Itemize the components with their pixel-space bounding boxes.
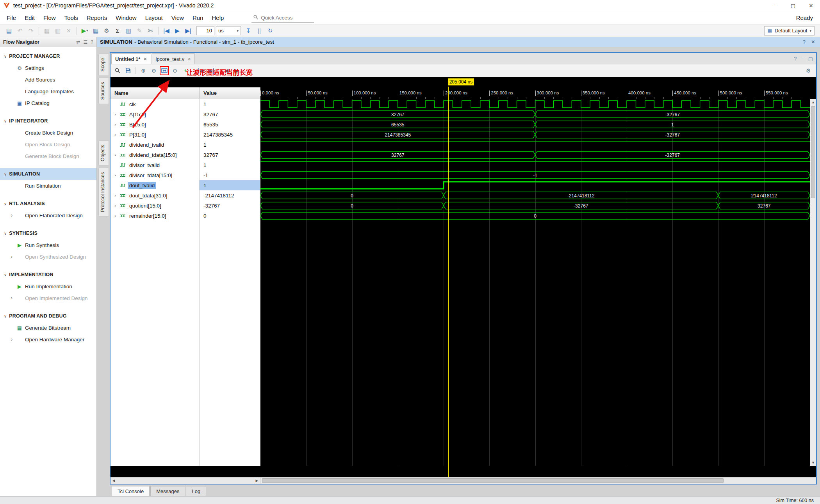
nav-item-run-simulation[interactable]: Run Simulation xyxy=(0,180,96,192)
wave-row-b-15-0[interactable]: 655351 xyxy=(260,121,810,128)
settings-gear-icon[interactable]: ⚙ xyxy=(102,26,112,36)
probe-icon[interactable]: ✄ xyxy=(145,26,155,36)
wave-cursor-line[interactable] xyxy=(448,87,449,477)
menu-file[interactable]: File xyxy=(2,11,20,25)
menu-flow[interactable]: Flow xyxy=(39,11,60,25)
nav-item-run-synthesis[interactable]: ▶Run Synthesis xyxy=(0,239,96,251)
tab-ipcore-test-v[interactable]: ipcore_test.v✕ xyxy=(152,53,195,64)
run-time-input[interactable] xyxy=(196,26,214,35)
undo-icon[interactable]: ↶ xyxy=(15,26,25,36)
nav-section-implementation[interactable]: ∨IMPLEMENTATION xyxy=(0,269,96,280)
wave-row-clk[interactable] xyxy=(260,101,810,108)
bottom-tab-messages[interactable]: Messages xyxy=(150,486,185,496)
wave-horizontal-scrollbar[interactable] xyxy=(260,477,810,484)
signal-name-row-dividend-tvalid[interactable]: dividend_tvalid xyxy=(111,140,199,150)
nav-item-open-synthesized-design[interactable]: ›Open Synthesized Design xyxy=(0,251,96,263)
expand-icon[interactable]: › xyxy=(113,132,118,137)
pause-icon[interactable]: || xyxy=(254,26,264,36)
signal-name-row-a-15-0[interactable]: ›A[15:0] xyxy=(111,109,199,119)
name-column-scrollbar[interactable]: ◀ ▶ xyxy=(111,477,260,484)
signal-name-row-divisor-tdata-15-0[interactable]: ›divisor_tdata[15:0] xyxy=(111,170,199,180)
signal-name-row-dividend-tdata-15-0[interactable]: ›dividend_tdata[15:0] xyxy=(111,150,199,160)
nav-item-generate-bitstream[interactable]: ▦Generate Bitstream xyxy=(0,322,96,334)
menu-view[interactable]: View xyxy=(167,11,188,25)
signal-name-row-remainder-15-0[interactable]: ›remainder[15:0] xyxy=(111,211,199,221)
nav-item-open-elaborated-design[interactable]: ›Open Elaborated Design xyxy=(0,209,96,221)
nav-item-language-templates[interactable]: Language Templates xyxy=(0,85,96,97)
expand-icon[interactable]: › xyxy=(113,112,118,117)
vertical-scroll-thumb[interactable] xyxy=(811,106,815,198)
signal-name-row-dout-tdata-31-0[interactable]: ›dout_tdata[31:0] xyxy=(111,190,199,201)
side-tab-objects[interactable]: Objects xyxy=(98,140,109,165)
close-simulation-icon[interactable]: ✕ xyxy=(811,39,815,45)
menu-tools[interactable]: Tools xyxy=(60,11,82,25)
wave-row-dividend-tdata-15-0[interactable]: 32767-32767 xyxy=(260,151,810,158)
nav-section-project-manager[interactable]: ∨PROJECT MANAGER xyxy=(0,50,96,62)
expand-icon[interactable]: › xyxy=(113,122,118,127)
zoom-fit-icon[interactable] xyxy=(160,66,169,75)
relaunch-icon[interactable]: ↻ xyxy=(265,26,275,36)
close-tab-icon[interactable]: ✕ xyxy=(187,57,191,62)
step-icon[interactable]: ↧ xyxy=(243,26,253,36)
menu-reports[interactable]: Reports xyxy=(82,11,112,25)
run-for-time-icon[interactable]: ▶| xyxy=(183,26,193,36)
dock-toggle-icon[interactable]: ⇄ xyxy=(76,39,80,45)
side-tab-protocol-instances[interactable]: Protocol Instances xyxy=(98,168,109,217)
expand-icon[interactable]: › xyxy=(113,153,118,157)
sum-icon[interactable]: Σ xyxy=(112,26,123,36)
timeline-ruler[interactable]: 0.000 ns50.000 ns100.000 ns150.000 ns200… xyxy=(260,87,810,99)
signal-name-row-b-15-0[interactable]: ›B[15:0] xyxy=(111,119,199,130)
signal-name-row-divisor-tvalid[interactable]: divisor_tvalid xyxy=(111,160,199,170)
help-icon[interactable]: ? xyxy=(91,39,93,45)
bottom-tab-log[interactable]: Log xyxy=(186,486,206,496)
expand-icon[interactable]: › xyxy=(113,203,118,208)
signal-name-row-dout-tvalid[interactable]: dout_tvalid xyxy=(111,180,199,190)
scroll-right-icon[interactable]: ▶ xyxy=(254,477,260,484)
zoom-in-icon[interactable]: ⊕ xyxy=(139,66,148,75)
signal-name-row-p-31-0[interactable]: ›P[31:0] xyxy=(111,130,199,140)
redo-icon[interactable]: ↷ xyxy=(26,26,36,36)
expand-icon[interactable]: › xyxy=(113,193,118,198)
maximize-button[interactable]: ▢ xyxy=(784,0,802,11)
nav-item-settings[interactable]: ⚙Settings xyxy=(0,62,96,74)
run-flow-icon[interactable]: ▶▾ xyxy=(80,26,90,36)
waveform-area[interactable]: 32767-327676553512147385345-3276732767-3… xyxy=(260,99,810,466)
side-tab-scope[interactable]: Scope xyxy=(98,53,109,76)
cursor-time-label[interactable]: 205.004 ns xyxy=(448,78,474,85)
copy-icon[interactable]: ▦ xyxy=(42,26,52,36)
signal-name-row-clk[interactable]: clk xyxy=(111,99,199,109)
minimize-panel-icon[interactable]: ‒ xyxy=(801,56,804,62)
nav-item-open-hardware-manager[interactable]: ›Open Hardware Manager xyxy=(0,334,96,345)
value-column-header[interactable]: Value xyxy=(200,87,260,99)
restart-sim-icon[interactable]: |◀ xyxy=(161,26,171,36)
quick-access[interactable] xyxy=(251,13,314,23)
save-waveform-icon[interactable] xyxy=(123,66,133,75)
nav-item-create-block-design[interactable]: Create Block Design xyxy=(0,127,96,138)
menu-layout[interactable]: Layout xyxy=(141,11,167,25)
scroll-down-icon[interactable]: ▼ xyxy=(810,460,816,466)
wave-row-a-15-0[interactable]: 32767-32767 xyxy=(260,111,810,118)
wave-settings-icon[interactable]: ⚙ xyxy=(804,66,813,75)
nav-section-simulation[interactable]: ∨SIMULATION xyxy=(0,168,96,180)
nav-item-open-implemented-design[interactable]: ›Open Implemented Design xyxy=(0,292,96,304)
expand-icon[interactable]: › xyxy=(113,173,118,177)
delete-icon[interactable]: ✕ xyxy=(64,26,74,36)
wave-row-p-31-0[interactable]: 2147385345-32767 xyxy=(260,131,810,138)
tab-untitled-1[interactable]: Untitled 1*✕ xyxy=(111,53,151,64)
dashboard-icon[interactable]: ▦ xyxy=(91,26,101,36)
nav-section-rtl-analysis[interactable]: ∨RTL ANALYSIS xyxy=(0,198,96,209)
side-tab-sources[interactable]: Sources xyxy=(98,78,109,104)
zoom-to-cursor-icon[interactable]: ⊙ xyxy=(170,66,180,75)
close-tab-icon[interactable]: ✕ xyxy=(143,57,147,62)
signal-name-row-quotient-15-0[interactable]: ›quotient[15:0] xyxy=(111,201,199,211)
time-unit-select[interactable]: us▾ xyxy=(216,26,241,35)
scroll-left-icon[interactable]: ◀ xyxy=(111,477,117,484)
expand-icon[interactable]: › xyxy=(113,213,118,218)
horizontal-scroll-thumb[interactable] xyxy=(262,478,724,483)
help-icon[interactable]: ? xyxy=(803,39,806,45)
quick-access-input[interactable] xyxy=(261,15,308,21)
wave-row-quotient-15-0[interactable]: 0-3276732767 xyxy=(260,202,810,209)
nav-item-open-block-design[interactable]: Open Block Design xyxy=(0,138,96,150)
float-panel-icon[interactable]: ▢ xyxy=(808,56,813,62)
wave-row-divisor-tdata-15-0[interactable]: -1 xyxy=(260,172,810,179)
